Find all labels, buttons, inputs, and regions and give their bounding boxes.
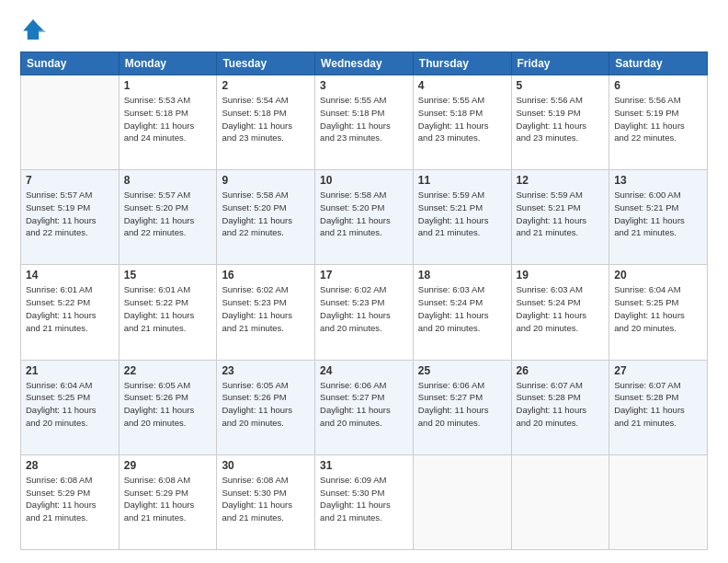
calendar-cell: 6Sunrise: 5:56 AM Sunset: 5:19 PM Daylig…	[609, 75, 708, 170]
calendar-week-row: 1Sunrise: 5:53 AM Sunset: 5:18 PM Daylig…	[21, 75, 708, 170]
day-number: 31	[320, 459, 408, 472]
day-number: 7	[26, 174, 114, 187]
day-number: 4	[418, 79, 506, 92]
calendar-cell: 26Sunrise: 6:07 AM Sunset: 5:28 PM Dayli…	[511, 360, 609, 454]
calendar-cell	[609, 454, 708, 549]
calendar-cell: 18Sunrise: 6:03 AM Sunset: 5:24 PM Dayli…	[413, 265, 511, 360]
day-number: 15	[124, 269, 212, 282]
calendar-cell: 16Sunrise: 6:02 AM Sunset: 5:23 PM Dayli…	[217, 265, 315, 360]
calendar-cell: 19Sunrise: 6:03 AM Sunset: 5:24 PM Dayli…	[511, 265, 609, 360]
day-info: Sunrise: 6:08 AM Sunset: 5:29 PM Dayligh…	[124, 474, 212, 524]
day-info: Sunrise: 6:07 AM Sunset: 5:28 PM Dayligh…	[614, 379, 702, 430]
day-number: 27	[614, 364, 702, 377]
day-info: Sunrise: 6:08 AM Sunset: 5:29 PM Dayligh…	[26, 474, 114, 524]
page: SundayMondayTuesdayWednesdayThursdayFrid…	[0, 0, 728, 563]
day-number: 9	[222, 174, 310, 187]
day-number: 23	[222, 364, 310, 377]
calendar-cell: 28Sunrise: 6:08 AM Sunset: 5:29 PM Dayli…	[21, 454, 119, 549]
calendar-cell: 30Sunrise: 6:08 AM Sunset: 5:30 PM Dayli…	[217, 454, 315, 549]
calendar-cell: 15Sunrise: 6:01 AM Sunset: 5:22 PM Dayli…	[119, 265, 217, 360]
day-info: Sunrise: 6:06 AM Sunset: 5:27 PM Dayligh…	[320, 379, 408, 430]
day-number: 19	[517, 269, 605, 282]
day-info: Sunrise: 6:04 AM Sunset: 5:25 PM Dayligh…	[26, 379, 114, 430]
calendar-cell: 9Sunrise: 5:58 AM Sunset: 5:20 PM Daylig…	[217, 170, 315, 265]
day-info: Sunrise: 6:06 AM Sunset: 5:27 PM Dayligh…	[418, 379, 506, 430]
day-info: Sunrise: 5:53 AM Sunset: 5:18 PM Dayligh…	[124, 94, 212, 144]
day-info: Sunrise: 6:04 AM Sunset: 5:25 PM Dayligh…	[614, 283, 702, 334]
day-info: Sunrise: 6:05 AM Sunset: 5:26 PM Dayligh…	[124, 379, 212, 430]
calendar-cell: 20Sunrise: 6:04 AM Sunset: 5:25 PM Dayli…	[609, 265, 708, 360]
day-info: Sunrise: 6:09 AM Sunset: 5:30 PM Dayligh…	[320, 474, 408, 524]
calendar-cell: 14Sunrise: 6:01 AM Sunset: 5:22 PM Dayli…	[21, 265, 119, 360]
calendar-cell: 22Sunrise: 6:05 AM Sunset: 5:26 PM Dayli…	[119, 360, 217, 454]
calendar-table: SundayMondayTuesdayWednesdayThursdayFrid…	[20, 52, 708, 550]
day-number: 1	[124, 79, 212, 92]
day-info: Sunrise: 6:03 AM Sunset: 5:24 PM Dayligh…	[517, 283, 605, 334]
day-info: Sunrise: 5:59 AM Sunset: 5:21 PM Dayligh…	[418, 189, 506, 239]
calendar-cell: 8Sunrise: 5:57 AM Sunset: 5:20 PM Daylig…	[119, 170, 217, 265]
day-info: Sunrise: 6:07 AM Sunset: 5:28 PM Dayligh…	[517, 379, 605, 430]
calendar-cell	[413, 454, 511, 549]
calendar-cell: 7Sunrise: 5:57 AM Sunset: 5:19 PM Daylig…	[21, 170, 119, 265]
day-number: 18	[418, 269, 506, 282]
calendar-cell: 12Sunrise: 5:59 AM Sunset: 5:21 PM Dayli…	[511, 170, 609, 265]
day-info: Sunrise: 6:03 AM Sunset: 5:24 PM Dayligh…	[418, 283, 506, 334]
weekday-header-saturday: Saturday	[609, 52, 708, 75]
calendar-cell: 31Sunrise: 6:09 AM Sunset: 5:30 PM Dayli…	[315, 454, 414, 549]
logo-icon	[20, 17, 46, 42]
calendar-cell: 13Sunrise: 6:00 AM Sunset: 5:21 PM Dayli…	[609, 170, 708, 265]
calendar-cell: 11Sunrise: 5:59 AM Sunset: 5:21 PM Dayli…	[413, 170, 511, 265]
day-info: Sunrise: 6:01 AM Sunset: 5:22 PM Dayligh…	[124, 283, 212, 334]
day-number: 22	[124, 364, 212, 377]
day-info: Sunrise: 5:57 AM Sunset: 5:20 PM Dayligh…	[124, 189, 212, 239]
day-info: Sunrise: 5:56 AM Sunset: 5:19 PM Dayligh…	[517, 94, 605, 144]
day-number: 20	[614, 269, 702, 282]
calendar-cell: 21Sunrise: 6:04 AM Sunset: 5:25 PM Dayli…	[21, 360, 119, 454]
day-number: 14	[26, 269, 114, 282]
day-info: Sunrise: 5:57 AM Sunset: 5:19 PM Dayligh…	[26, 189, 114, 239]
day-info: Sunrise: 5:59 AM Sunset: 5:21 PM Dayligh…	[517, 189, 605, 239]
day-info: Sunrise: 5:58 AM Sunset: 5:20 PM Dayligh…	[222, 189, 310, 239]
calendar-cell: 4Sunrise: 5:55 AM Sunset: 5:18 PM Daylig…	[413, 75, 511, 170]
calendar-cell: 24Sunrise: 6:06 AM Sunset: 5:27 PM Dayli…	[315, 360, 414, 454]
day-number: 28	[26, 459, 114, 472]
calendar-cell: 25Sunrise: 6:06 AM Sunset: 5:27 PM Dayli…	[413, 360, 511, 454]
calendar-week-row: 14Sunrise: 6:01 AM Sunset: 5:22 PM Dayli…	[21, 265, 708, 360]
day-info: Sunrise: 6:02 AM Sunset: 5:23 PM Dayligh…	[320, 283, 408, 334]
calendar-cell	[21, 75, 119, 170]
day-info: Sunrise: 5:54 AM Sunset: 5:18 PM Dayligh…	[222, 94, 310, 144]
weekday-header-friday: Friday	[511, 52, 609, 75]
calendar-cell: 29Sunrise: 6:08 AM Sunset: 5:29 PM Dayli…	[119, 454, 217, 549]
calendar-week-row: 21Sunrise: 6:04 AM Sunset: 5:25 PM Dayli…	[21, 360, 708, 454]
day-number: 29	[124, 459, 212, 472]
day-info: Sunrise: 5:58 AM Sunset: 5:20 PM Dayligh…	[320, 189, 408, 239]
day-number: 8	[124, 174, 212, 187]
day-info: Sunrise: 6:02 AM Sunset: 5:23 PM Dayligh…	[222, 283, 310, 334]
header	[20, 17, 708, 42]
day-number: 10	[320, 174, 408, 187]
calendar-cell	[511, 454, 609, 549]
weekday-header-tuesday: Tuesday	[217, 52, 315, 75]
day-number: 21	[26, 364, 114, 377]
day-number: 26	[517, 364, 605, 377]
day-info: Sunrise: 6:01 AM Sunset: 5:22 PM Dayligh…	[26, 283, 114, 334]
calendar-cell: 10Sunrise: 5:58 AM Sunset: 5:20 PM Dayli…	[315, 170, 414, 265]
calendar-cell: 5Sunrise: 5:56 AM Sunset: 5:19 PM Daylig…	[511, 75, 609, 170]
weekday-header-wednesday: Wednesday	[315, 52, 414, 75]
day-info: Sunrise: 6:08 AM Sunset: 5:30 PM Dayligh…	[222, 474, 310, 524]
day-number: 12	[517, 174, 605, 187]
day-info: Sunrise: 5:55 AM Sunset: 5:18 PM Dayligh…	[418, 94, 506, 144]
day-number: 13	[614, 174, 702, 187]
day-number: 11	[418, 174, 506, 187]
day-info: Sunrise: 6:00 AM Sunset: 5:21 PM Dayligh…	[614, 189, 702, 239]
calendar-cell: 27Sunrise: 6:07 AM Sunset: 5:28 PM Dayli…	[609, 360, 708, 454]
calendar-cell: 1Sunrise: 5:53 AM Sunset: 5:18 PM Daylig…	[119, 75, 217, 170]
calendar-week-row: 7Sunrise: 5:57 AM Sunset: 5:19 PM Daylig…	[21, 170, 708, 265]
calendar-cell: 3Sunrise: 5:55 AM Sunset: 5:18 PM Daylig…	[315, 75, 414, 170]
day-number: 25	[418, 364, 506, 377]
calendar-week-row: 28Sunrise: 6:08 AM Sunset: 5:29 PM Dayli…	[21, 454, 708, 549]
weekday-header-row: SundayMondayTuesdayWednesdayThursdayFrid…	[21, 52, 708, 75]
day-info: Sunrise: 5:56 AM Sunset: 5:19 PM Dayligh…	[614, 94, 702, 144]
day-number: 2	[222, 79, 310, 92]
day-number: 16	[222, 269, 310, 282]
